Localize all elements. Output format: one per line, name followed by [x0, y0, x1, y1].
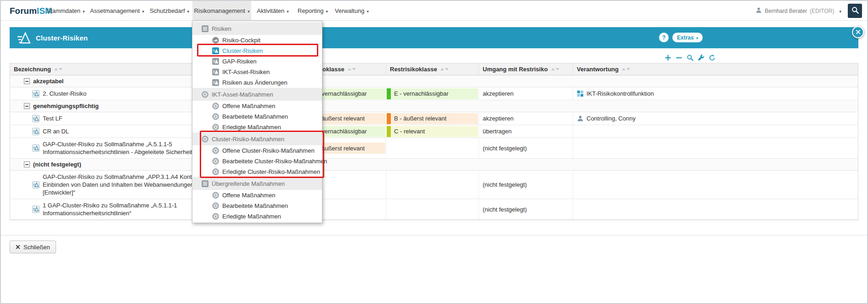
risk-image-icon [212, 69, 219, 75]
menu-header-ikt-asset-massnahmen[interactable]: IKT-Asset-Maßnahmen [192, 88, 322, 101]
cluster-risiken-table: Bezeichnung Risikoklasse Restrisikoklass… [10, 63, 858, 220]
responsible: Controlling, Conny [586, 115, 636, 122]
table-row-gap-cluster-risiko-app31a4[interactable]: GAP-Cluster-Risiko zu Sollmaßnahme „APP.… [10, 171, 858, 199]
cluster-risk-icon [32, 90, 39, 98]
sort-icons [440, 68, 449, 70]
menu-item-ikt-asset-risiken[interactable]: IKT-Asset-Risiken [192, 67, 322, 77]
residual-risk-handling: (nicht festgelegt) [479, 199, 573, 219]
footer-divider [1, 235, 867, 235]
residual-risk-handling: (nicht festgelegt) [479, 138, 573, 158]
chevron-down-icon [185, 7, 190, 14]
chevron-down-icon [837, 8, 841, 14]
menu-item-risiko-cockpit[interactable]: Risiko-Cockpit [192, 35, 322, 46]
nav-item-verwaltung[interactable]: Verwaltung [331, 1, 372, 21]
menu-item-offene-massnahmen[interactable]: Offene Maßnahmen [192, 101, 322, 111]
close-icon [16, 244, 20, 251]
menu-item-erledigte-cluster-risiko-massnahmen[interactable]: Erledigte Cluster-Risiko-Maßnahmen [192, 166, 322, 177]
residual-risk-handling: akzeptieren [479, 112, 573, 125]
table-row-gap-cluster-risiko-a5115[interactable]: GAP-Cluster-Risiko zu Sollmaßnahme „A.5.… [10, 138, 858, 159]
close-button[interactable]: Schließen [10, 241, 56, 253]
search-icon[interactable] [687, 54, 693, 61]
risk-name: CR an DL [43, 125, 69, 138]
gear-icon [202, 91, 209, 98]
help-button[interactable]: ? [659, 33, 669, 42]
cluster-risk-icon [32, 115, 39, 122]
table-row-cr-an-dl[interactable]: CR an DL E - vernachlässigbar C - releva… [10, 125, 858, 138]
chevron-down-icon [694, 34, 699, 41]
menu-item-offene-cluster-risiko-massnahmen[interactable]: Offene Cluster-Risiko-Maßnahmen [192, 145, 322, 156]
group-row-genehmigungspflichtig[interactable]: genehmigungspflichtig [10, 100, 858, 112]
table-row-1-gap-cluster-risiko-a5111[interactable]: 1 GAP-Cluster-Risiko zu Sollmaßnahme „A.… [10, 199, 858, 220]
residual-risk-class-badge: E - vernachlässigbar [387, 88, 478, 99]
menu-item-cluster-risiken[interactable]: Cluster-Risiken [192, 46, 322, 56]
person-icon [755, 7, 762, 15]
gauge-icon [212, 37, 219, 44]
column-header-umgang[interactable]: Umgang mit Restrisiko [479, 63, 573, 75]
gear-icon [212, 113, 219, 120]
nav-item-aktivitaeten[interactable]: Aktivitäten [251, 1, 294, 21]
nav-item-schutzbedarf[interactable]: Schutzbedarf [147, 1, 192, 21]
close-panel-button[interactable] [852, 26, 864, 38]
remove-icon[interactable] [676, 54, 682, 61]
cluster-risk-icon [32, 144, 39, 152]
menu-item-risiken-aus-aenderungen[interactable]: Risiken aus Änderungen [192, 77, 322, 88]
column-header-verantwortung[interactable]: Verantwortung [573, 63, 860, 75]
menu-item-erledigte-massnahmen-uebergreifend[interactable]: Erledigte Maßnahmen [192, 211, 322, 222]
sort-icons [54, 68, 62, 70]
gear-icon [212, 213, 219, 220]
list-icon [202, 180, 209, 187]
risk-image-icon [212, 79, 219, 86]
menu-item-offene-massnahmen-uebergreifend[interactable]: Offene Maßnahmen [192, 190, 322, 201]
user-menu[interactable]: Bernhard Berater (EDITOR) [755, 1, 841, 21]
cluster-risk-icon [32, 206, 39, 213]
menu-item-bearbeitete-massnahmen-uebergreifend[interactable]: Bearbeitete Maßnahmen [192, 201, 322, 211]
search-icon [851, 6, 859, 16]
extras-button[interactable]: Extras [672, 33, 703, 42]
gear-icon [212, 147, 219, 154]
menu-header-uebergreifende-massnahmen[interactable]: Übergreifende Maßnahmen [192, 177, 322, 190]
collapse-icon[interactable] [24, 103, 30, 109]
nav-item-assetmanagement[interactable]: Assetmanagement [88, 1, 147, 21]
cluster-risk-icon [212, 47, 219, 54]
group-row-nicht-festgelegt[interactable]: (nicht festgelegt) [10, 159, 858, 171]
column-header-restrisikoklasse[interactable]: Restrisikoklasse [386, 63, 479, 75]
residual-risk-class-badge: C - relevant [387, 126, 478, 137]
list-icon [202, 25, 209, 32]
collapse-icon[interactable] [24, 78, 30, 84]
residual-risk-class-badge: B - äußerst relevant [387, 113, 478, 124]
collapse-icon[interactable] [24, 161, 30, 167]
responsible: IKT-Risikokontrollfunktion [586, 90, 654, 97]
menu-item-erledigte-massnahmen[interactable]: Erledigte Maßnahmen [192, 122, 322, 132]
menu-item-bearbeitete-massnahmen[interactable]: Bearbeitete Maßnahmen [192, 111, 322, 122]
gear-icon [212, 124, 219, 131]
residual-risk-handling: übertragen [479, 125, 573, 138]
menu-header-cluster-risiko-massnahmen[interactable]: Cluster-Risiko-Maßnahmen [192, 132, 322, 145]
risk-image-icon [212, 58, 219, 65]
gear-icon [212, 202, 219, 209]
risk-name: Test LF [43, 112, 62, 125]
add-icon[interactable] [665, 54, 671, 61]
nav-item-stammdaten[interactable]: Stammdaten [44, 1, 88, 21]
sort-icons [348, 68, 356, 70]
risk-name: 2. Cluster-Risiko [43, 87, 86, 100]
app-window: ForumISM Stammdaten Assetmanagement Schu… [0, 0, 868, 304]
page-title: Cluster-Risiken [36, 34, 88, 42]
gear-icon [212, 192, 219, 199]
chevron-down-icon [284, 7, 289, 14]
table-row-2-cluster-risiko[interactable]: 2. Cluster-Risiko E - vernachlässigbar E… [10, 87, 858, 100]
global-search-button[interactable] [848, 4, 862, 18]
table-row-test-lf[interactable]: Test LF B - äußerst relevant B - äußerst… [10, 112, 858, 125]
nav-item-risikomanagement[interactable]: Risikomanagement [192, 1, 251, 21]
menu-header-risiken[interactable]: Risiken [192, 22, 322, 35]
nav-item-reporting[interactable]: Reporting [294, 1, 331, 21]
chevron-down-icon [364, 7, 369, 14]
refresh-icon[interactable] [709, 54, 716, 61]
group-row-akzeptabel[interactable]: akzeptabel [10, 75, 858, 87]
wrench-icon[interactable] [698, 54, 705, 61]
cluster-risk-icon [17, 32, 31, 44]
menu-item-gap-risiken[interactable]: GAP-Risiken [192, 56, 322, 67]
menu-item-bearbeitete-cluster-risiko-massnahmen[interactable]: Bearbeitete Cluster-Risiko-Maßnahmen [192, 156, 322, 166]
gear-icon [212, 168, 219, 175]
table-toolbar [665, 54, 716, 61]
user-name: Bernhard Berater [765, 8, 807, 14]
